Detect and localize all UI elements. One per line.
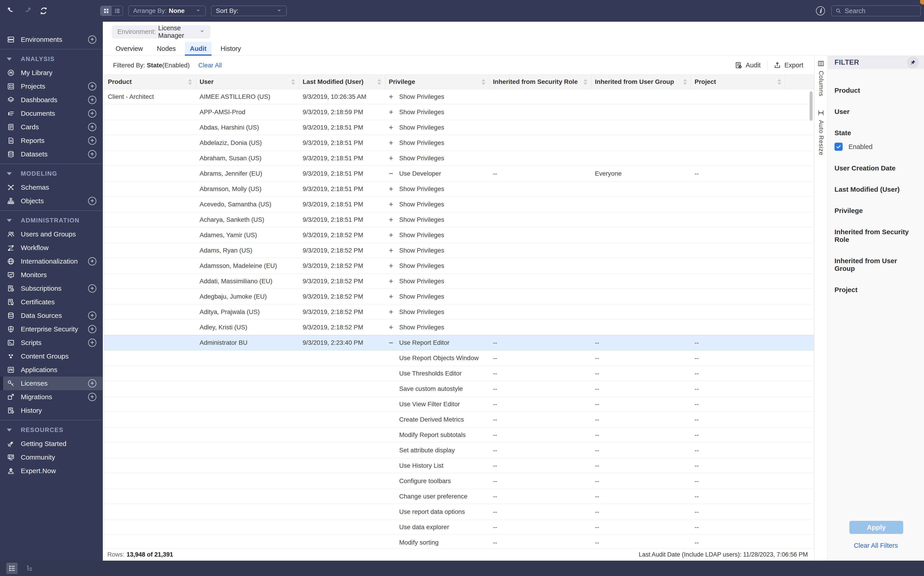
auto-resize-tab[interactable]: Auto Resize <box>817 109 825 155</box>
table-row[interactable]: Use Thresholds Editor------ <box>104 366 814 381</box>
expand-icon[interactable]: + <box>389 323 399 332</box>
table-row[interactable]: Use report data options------ <box>104 504 814 520</box>
table-row[interactable]: Use View Filter Editor------ <box>104 397 814 412</box>
add-icon[interactable]: + <box>88 325 96 333</box>
sidebar-item-documents[interactable]: Documents+ <box>0 107 102 120</box>
table-row[interactable]: Abrams, Jennifer (EU)9/3/2019, 2:18:51 P… <box>104 166 814 181</box>
info-icon[interactable]: i <box>816 6 825 15</box>
sidebar-item-licenses[interactable]: Licenses+ <box>0 377 102 390</box>
table-row[interactable]: Create Derived Metrics------ <box>104 412 814 427</box>
column-header-inherited-from-security-role[interactable]: Inherited from Security Role <box>489 75 591 89</box>
sort-icon[interactable] <box>683 79 687 85</box>
table-row[interactable]: Use data explorer------ <box>104 520 814 535</box>
sidebar-item-objects[interactable]: Objects+ <box>0 194 102 208</box>
sidebar-item-cards[interactable]: Cards+ <box>0 120 102 134</box>
table-row[interactable]: Abdas, Harshini (US)9/3/2019, 2:18:51 PM… <box>104 120 814 135</box>
table-row[interactable]: Adames, Yamir (US)9/3/2019, 2:18:52 PM+S… <box>104 227 814 243</box>
column-header-product[interactable]: Product <box>104 75 196 89</box>
sidebar-section-analysis[interactable]: ANALYSIS <box>0 52 102 66</box>
grid-view-button[interactable] <box>101 6 112 16</box>
sort-icon[interactable] <box>481 79 486 85</box>
enabled-checkbox[interactable] <box>834 142 842 151</box>
table-row[interactable]: Configure toolbars------ <box>104 474 814 489</box>
sidebar-item-reports[interactable]: Reports+ <box>0 134 102 147</box>
table-row[interactable]: Abdelaziz, Donia (US)9/3/2019, 2:18:51 P… <box>104 135 814 150</box>
sort-icon[interactable] <box>777 79 782 85</box>
tab-nodes[interactable]: Nodes <box>152 42 181 56</box>
sidebar-section-resources[interactable]: RESOURCES <box>0 423 102 437</box>
columns-tab[interactable]: Columns <box>817 60 825 96</box>
sidebar-item-internationalization[interactable]: Internationalization+ <box>0 254 102 268</box>
table-row[interactable]: Set attribute display------ <box>104 443 814 458</box>
expand-icon[interactable]: + <box>389 154 399 163</box>
table-row[interactable]: Acevedo, Samantha (US)9/3/2019, 2:18:51 … <box>104 197 814 212</box>
sidebar-item-dashboards[interactable]: Dashboards+ <box>0 93 102 107</box>
expand-icon[interactable]: + <box>389 138 399 147</box>
undo-icon[interactable] <box>6 6 16 16</box>
expand-icon[interactable]: + <box>389 261 399 270</box>
clear-all-link[interactable]: Clear All <box>198 62 222 69</box>
column-header-inherited-from-user-group[interactable]: Inherited from User Group <box>591 75 691 89</box>
redo-icon[interactable] <box>22 6 32 16</box>
table-row[interactable]: Administrator BU9/3/2019, 2:23:40 PM−Use… <box>104 335 814 350</box>
table-row[interactable]: Acharya, Sanketh (US)9/3/2019, 2:18:51 P… <box>104 212 814 227</box>
sort-icon[interactable] <box>583 79 587 85</box>
sidebar-item-expert-now[interactable]: Expert.Now <box>0 464 102 478</box>
sidebar-item-environments[interactable]: Environments+ <box>0 33 102 46</box>
tab-audit[interactable]: Audit <box>185 42 211 56</box>
expand-icon[interactable]: + <box>389 307 399 316</box>
sort-by-dropdown[interactable]: Sort By: <box>211 6 286 16</box>
table-row[interactable]: Change user preference------ <box>104 489 814 504</box>
tab-history[interactable]: History <box>216 42 246 56</box>
table-row[interactable]: Adegbaju, Jumoke (EU)9/3/2019, 2:18:52 P… <box>104 289 814 304</box>
export-button[interactable]: Export <box>767 61 810 69</box>
add-icon[interactable]: + <box>88 136 96 145</box>
add-icon[interactable]: + <box>88 109 96 118</box>
add-icon[interactable]: + <box>88 35 96 44</box>
add-icon[interactable]: + <box>88 339 96 347</box>
table-row[interactable]: Use History List------ <box>104 458 814 474</box>
table-row[interactable]: Use Report Objects Window------ <box>104 350 814 366</box>
column-header-user[interactable]: User <box>196 75 299 89</box>
column-header-project[interactable]: Project <box>691 75 785 89</box>
sidebar-item-users-and-groups[interactable]: Users and Groups <box>0 227 102 241</box>
table-row[interactable]: Aditya, Prajwala (US)9/3/2019, 2:18:52 P… <box>104 304 814 320</box>
sidebar-item-applications[interactable]: Applications <box>0 363 102 377</box>
list-view-mode-button[interactable] <box>6 563 18 574</box>
add-icon[interactable]: + <box>88 393 96 401</box>
list-view-button[interactable] <box>112 6 123 16</box>
table-row[interactable]: Modify Report subtotals------ <box>104 427 814 443</box>
table-row[interactable]: APP-AMSI-Prod9/3/2019, 2:18:59 PM+Show P… <box>104 104 814 120</box>
table-row[interactable]: Client - ArchitectAIMEE ASTILLERO (US)9/… <box>104 89 814 104</box>
tree-view-mode-button[interactable] <box>24 563 35 574</box>
expand-icon[interactable]: + <box>389 292 399 301</box>
arrange-by-dropdown[interactable]: Arrange By: None <box>128 6 206 16</box>
add-icon[interactable]: + <box>88 312 96 320</box>
sidebar-item-history[interactable]: History <box>0 404 102 417</box>
sidebar-item-schemas[interactable]: Schemas <box>0 181 102 194</box>
table-row[interactable]: Adley, Kristi (US)9/3/2019, 2:18:52 PM+S… <box>104 320 814 335</box>
table-row[interactable]: Save custom autostyle------ <box>104 381 814 397</box>
table-row[interactable]: Modify sorting------ <box>104 535 814 548</box>
add-icon[interactable]: + <box>88 257 96 266</box>
collapse-icon[interactable]: − <box>389 169 399 178</box>
sidebar-item-scripts[interactable]: Scripts+ <box>0 336 102 349</box>
add-icon[interactable]: + <box>88 197 96 205</box>
expand-icon[interactable]: + <box>389 246 399 255</box>
sidebar-item-content-groups[interactable]: Content Groups <box>0 349 102 363</box>
expand-icon[interactable]: + <box>389 107 399 117</box>
expand-icon[interactable]: + <box>389 215 399 224</box>
expand-icon[interactable]: + <box>389 200 399 209</box>
table-row[interactable]: Abraham, Susan (US)9/3/2019, 2:18:51 PM+… <box>104 150 814 166</box>
expand-icon[interactable]: + <box>389 92 399 101</box>
expand-icon[interactable]: + <box>389 277 399 285</box>
sidebar-item-my-library[interactable]: My Library <box>0 66 102 80</box>
sidebar-item-migrations[interactable]: Migrations+ <box>0 390 102 404</box>
tab-overview[interactable]: Overview <box>110 42 148 56</box>
sort-icon[interactable] <box>377 79 381 85</box>
search-input[interactable] <box>845 7 913 15</box>
add-icon[interactable]: + <box>88 150 96 158</box>
table-row[interactable]: Addati, Massimiliano (EU)9/3/2019, 2:18:… <box>104 274 814 289</box>
vertical-scrollbar[interactable] <box>810 91 812 121</box>
collapse-icon[interactable]: − <box>389 338 399 347</box>
